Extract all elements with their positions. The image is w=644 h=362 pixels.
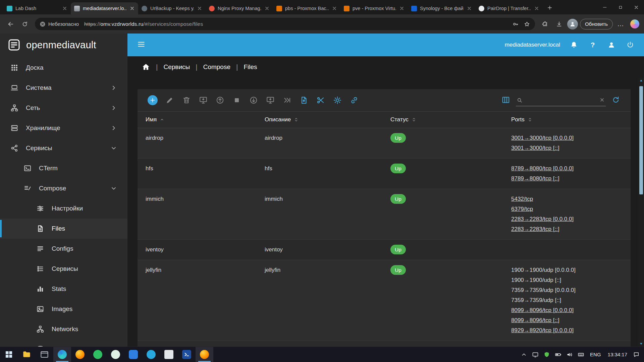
add-button[interactable] bbox=[148, 95, 158, 105]
settings-button[interactable] bbox=[333, 96, 342, 105]
profile-avatar[interactable] bbox=[567, 19, 578, 29]
column-settings-button[interactable] bbox=[501, 96, 511, 105]
sidebar-item-compose-images[interactable]: Images bbox=[0, 299, 127, 319]
taskbar-app-cyan[interactable] bbox=[142, 347, 160, 362]
browser-tab-omv[interactable]: mediadataserver.lo... bbox=[71, 2, 138, 14]
taskbar-notepad[interactable] bbox=[160, 347, 178, 362]
table-row[interactable]: airdropairdropUp3001→3000/tcp [0.0.0.0]3… bbox=[138, 128, 631, 159]
browser-tab-pairdrop[interactable]: PairDrop | Transfer... bbox=[475, 2, 543, 14]
port-link[interactable]: 8789→8080/tcp [0.0.0.0] bbox=[511, 164, 631, 174]
tray-shield-button[interactable] bbox=[541, 347, 552, 362]
taskbar-vm-console[interactable] bbox=[36, 347, 53, 362]
port-link[interactable]: 3001→3000/tcp [::] bbox=[511, 143, 631, 153]
taskbar-app-blue[interactable] bbox=[124, 347, 142, 362]
notifications-button[interactable] bbox=[569, 40, 579, 50]
taskbar-clock[interactable]: 13:34:17 bbox=[604, 347, 631, 362]
sidebar-item-services[interactable]: Сервисы bbox=[0, 138, 127, 158]
prune-button[interactable] bbox=[316, 96, 325, 105]
port-link[interactable]: 8789→8080/tcp [::] bbox=[511, 174, 631, 184]
menu-toggle-button[interactable] bbox=[136, 40, 146, 50]
search-input[interactable] bbox=[525, 97, 596, 103]
sidebar-item-compose-stats[interactable]: Stats bbox=[0, 279, 127, 299]
sidebar-item-compose-services[interactable]: Сервисы bbox=[0, 259, 127, 279]
tray-keyboard-button[interactable] bbox=[575, 347, 587, 362]
scroll-down-button[interactable] bbox=[638, 341, 644, 347]
browser-menu-button[interactable]: … bbox=[615, 18, 627, 30]
sidebar-item-compose-networks[interactable]: Networks bbox=[0, 319, 127, 339]
scroll-track[interactable] bbox=[638, 83, 644, 341]
breadcrumb-home-button[interactable] bbox=[142, 63, 150, 71]
browser-tab-urbackup[interactable]: UrBackup - Keeps y... bbox=[138, 2, 206, 14]
tray-volume-button[interactable] bbox=[564, 347, 575, 362]
sidebar-item-compose-configs[interactable]: Configs bbox=[0, 239, 127, 259]
breadcrumb-item[interactable]: Compose bbox=[203, 63, 230, 71]
hidden-icons-button[interactable] bbox=[518, 347, 530, 362]
browser-tab-nginx[interactable]: Nginx Proxy Manag... bbox=[206, 2, 273, 14]
up-button[interactable] bbox=[215, 96, 225, 105]
tab-close-icon[interactable] bbox=[264, 6, 270, 11]
skip-button[interactable] bbox=[282, 96, 292, 105]
port-link[interactable]: 5432/tcp bbox=[511, 194, 631, 204]
example-file-button[interactable] bbox=[299, 96, 309, 105]
taskbar-app-green[interactable] bbox=[89, 347, 107, 362]
sidebar-item-system[interactable]: Система bbox=[0, 78, 127, 98]
table-row[interactable]: immichimmichUp5432/tcp6379/tcp2283→2283/… bbox=[138, 189, 631, 240]
sidebar-item-cterm[interactable]: CTerm bbox=[0, 158, 127, 178]
port-link[interactable]: 8099→8096/tcp [0.0.0.0] bbox=[511, 305, 631, 315]
breadcrumb-item[interactable]: Files bbox=[244, 63, 257, 71]
breadcrumb-item[interactable]: Сервисы bbox=[163, 63, 190, 71]
sidebar-item-storage[interactable]: Хранилище bbox=[0, 118, 127, 138]
window-minimize-button[interactable] bbox=[597, 0, 612, 14]
taskbar-start[interactable] bbox=[0, 347, 18, 362]
table-row[interactable]: iventoyiventoyUp bbox=[138, 240, 631, 260]
scroll-up-button[interactable] bbox=[638, 78, 644, 83]
favorite-star-button[interactable] bbox=[522, 19, 532, 29]
check-button[interactable] bbox=[199, 96, 208, 105]
reload-table-button[interactable] bbox=[611, 96, 621, 105]
sidebar-item-network[interactable]: Сеть bbox=[0, 98, 127, 118]
logout-button[interactable] bbox=[625, 40, 635, 50]
browser-tab-synology[interactable]: Synology - Все фай... bbox=[408, 2, 475, 14]
user-menu-button[interactable] bbox=[606, 40, 616, 50]
browser-update-button[interactable]: Обновить bbox=[580, 19, 613, 29]
browser-tab-pve[interactable]: pve - Proxmox Virtu... bbox=[340, 2, 408, 14]
port-link[interactable]: 8099→8096/tcp [::] bbox=[511, 315, 631, 325]
page-refresh-button[interactable] bbox=[19, 18, 31, 30]
tab-close-icon[interactable] bbox=[534, 6, 539, 11]
tab-close-icon[interactable] bbox=[129, 6, 135, 11]
saved-passwords-button[interactable] bbox=[510, 19, 521, 29]
column-header-description[interactable]: Описание bbox=[265, 116, 390, 123]
action-center-button[interactable] bbox=[631, 347, 642, 362]
tab-close-icon[interactable] bbox=[197, 6, 202, 11]
taskbar-firefox[interactable] bbox=[71, 347, 89, 362]
port-link[interactable]: 2283→2283/tcp [::] bbox=[511, 224, 631, 234]
tray-battery-button[interactable] bbox=[552, 347, 564, 362]
column-header-status[interactable]: Статус bbox=[390, 116, 511, 123]
browser-tab-pbs[interactable]: pbs - Proxmox Bac... bbox=[273, 2, 340, 14]
taskbar-edge[interactable] bbox=[53, 347, 71, 362]
taskbar-file-explorer[interactable] bbox=[18, 347, 36, 362]
browser-tab-labdash[interactable]: Lab Dash bbox=[3, 2, 71, 14]
sidebar-item-compose-volumes[interactable]: Volumes bbox=[0, 339, 127, 347]
url-box[interactable]: Небезопасно https://omv.vzdrworlds.ru/#/… bbox=[35, 18, 535, 30]
down-button[interactable] bbox=[249, 96, 258, 105]
tab-close-icon[interactable] bbox=[399, 6, 405, 11]
tray-display-button[interactable] bbox=[530, 347, 541, 362]
window-close-button[interactable] bbox=[628, 0, 644, 14]
port-link[interactable]: 2283→2283/tcp [0.0.0.0] bbox=[511, 214, 631, 224]
edit-button[interactable] bbox=[165, 96, 174, 105]
column-header-ports[interactable]: Ports bbox=[511, 116, 631, 123]
column-header-name[interactable]: Имя bbox=[146, 116, 265, 123]
port-link[interactable]: 6379/tcp bbox=[511, 204, 631, 214]
help-button[interactable]: ? bbox=[588, 40, 598, 50]
stop-button[interactable] bbox=[232, 96, 241, 105]
scroll-thumb[interactable] bbox=[639, 86, 643, 194]
taskbar-firefox-2[interactable] bbox=[196, 347, 213, 362]
extensions-button[interactable] bbox=[539, 18, 551, 30]
security-chip[interactable]: Небезопасно bbox=[38, 21, 81, 27]
new-tab-button[interactable] bbox=[545, 3, 555, 13]
symlink-button[interactable] bbox=[350, 96, 359, 105]
language-indicator[interactable]: ENG bbox=[587, 347, 604, 362]
sidebar-item-compose-settings[interactable]: Настройки bbox=[0, 198, 127, 219]
taskbar-app-mint[interactable] bbox=[107, 347, 124, 362]
